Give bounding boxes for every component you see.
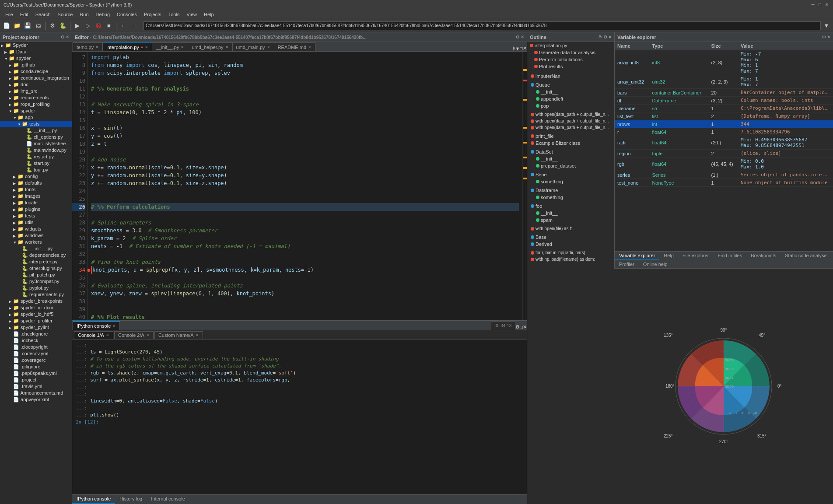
menu-file[interactable]: File: [2, 11, 17, 18]
sub-tab-console1[interactable]: Console 1/A ✕: [74, 331, 113, 339]
tree-item-io-dcm[interactable]: ▶📁 spyder_io_dcm: [0, 304, 72, 311]
save-all-button[interactable]: 🗂: [33, 21, 43, 31]
var-row-nrows[interactable]: nrows int 1 344: [615, 120, 833, 128]
tree-item-gitignore[interactable]: 📄 .gitignore: [0, 364, 72, 370]
minimize-button[interactable]: ─: [810, 2, 816, 7]
menu-view[interactable]: View: [183, 11, 200, 18]
menu-run[interactable]: Run: [76, 11, 92, 18]
outline-options-button[interactable]: ⚙: [603, 35, 607, 39]
outline-queue-init[interactable]: __init__: [527, 88, 614, 95]
tree-item-utils[interactable]: ▶📁 utils: [0, 219, 72, 226]
tab-console-1a[interactable]: IPython console ✕: [73, 321, 120, 330]
outline-example[interactable]: Example Bitzer class: [527, 140, 614, 147]
console-close[interactable]: ✕: [523, 324, 527, 330]
var-tab-help[interactable]: Help: [659, 252, 678, 260]
tree-item-iocheck[interactable]: 📄 .iocheck: [0, 337, 72, 344]
tree-item-dependencies[interactable]: 🐍 dependencies.py: [0, 252, 72, 259]
tree-item-config[interactable]: ▶📁 config: [0, 173, 72, 180]
tree-item-rope[interactable]: ▶📁 rope_profiling: [0, 101, 72, 108]
tab-close-umd-helper[interactable]: ✕: [225, 45, 229, 49]
tree-item-windows[interactable]: ▶📁 windows: [0, 232, 72, 239]
tab-temp-py[interactable]: temp.py ✕: [73, 42, 103, 51]
var-row-rgb[interactable]: rgb float64 (45, 45, 4) Min: 0.0Max: 1.0: [615, 158, 833, 171]
tree-item-codecov[interactable]: 📄 .codecov.yml: [0, 350, 72, 357]
sub-tab-custom-close[interactable]: ✕: [196, 333, 199, 337]
menu-debug[interactable]: Debug: [92, 11, 113, 18]
tree-item-conda[interactable]: ▶📁 conda.recipe: [0, 68, 72, 75]
back-button[interactable]: ←: [119, 21, 128, 31]
outline-with-1[interactable]: with open(data_path + output_file_n...: [527, 111, 614, 118]
tree-item-req[interactable]: 🐍 requirements.py: [0, 291, 72, 298]
outline-queue[interactable]: Queue: [527, 81, 614, 88]
var-row-testnone[interactable]: test_none NoneType 1 None object of buil…: [615, 179, 833, 187]
var-row-filename[interactable]: filename str 1 C:\ProgramData\Anaconda3\…: [615, 105, 833, 112]
outline-section-plot[interactable]: Plot results: [527, 63, 614, 70]
open-file-button[interactable]: 📁: [12, 21, 22, 31]
outline-with-2[interactable]: with open(data_path + output_file_n...: [527, 118, 614, 124]
tab-options[interactable]: ▼: [515, 46, 520, 51]
stop-button[interactable]: ■: [104, 21, 114, 31]
var-tab-static[interactable]: Static code analysis: [780, 252, 832, 260]
tab-interpolation-py[interactable]: interpolation.py ● ✕: [103, 42, 152, 51]
outline-npload[interactable]: with np.load(filename) as dem:: [527, 256, 614, 262]
var-row-df[interactable]: df DataFrame (3, 2) Column names: bools,…: [615, 97, 833, 105]
tab-close-umd-main[interactable]: ✕: [267, 45, 270, 49]
outline-dataset[interactable]: DataSet: [527, 148, 614, 155]
var-tab-file-explorer[interactable]: File explorer: [678, 252, 714, 260]
debug-button[interactable]: 🐞: [94, 21, 103, 31]
menu-tools[interactable]: Tools: [165, 11, 183, 18]
tree-item-github[interactable]: ▶📁 .github: [0, 62, 72, 68]
editor-options-button[interactable]: ⚙: [516, 35, 520, 39]
tree-item-imgsrc[interactable]: ▶📁 img_src: [0, 88, 72, 94]
tree-item-plugins[interactable]: ▶📁 plugins: [0, 206, 72, 213]
tab-umd-main[interactable]: umd_main.py ✕: [233, 42, 274, 51]
tree-item-mainwindow[interactable]: 🐍 mainwindow.py: [0, 147, 72, 154]
project-explorer-options-button[interactable]: ⚙: [61, 35, 65, 39]
outline-imputernan[interactable]: imputerNan: [527, 73, 614, 80]
outline-with-3[interactable]: with open(data_path + output_file_n...: [527, 124, 614, 131]
var-tab-breakpoints[interactable]: Breakpoints: [746, 252, 780, 260]
outline-printfile[interactable]: print_file: [527, 133, 614, 140]
sub-tab-console2-close[interactable]: ✕: [146, 333, 150, 337]
menu-consoles[interactable]: Consoles: [113, 11, 140, 18]
editor-float-button[interactable]: □: [520, 46, 523, 51]
tree-item-pep8[interactable]: 📄 .pep8speaks.yml: [0, 370, 72, 377]
var-row-array-int8[interactable]: array_int8 int8 (2, 3) Min: -7Max: 6Min:…: [615, 50, 833, 75]
outline-df-something[interactable]: something: [527, 194, 614, 201]
var-explorer-options-button[interactable]: ⚙: [822, 35, 826, 39]
tree-item-ciocopyright[interactable]: 📄 .ciocopyright: [0, 344, 72, 350]
bottom-tab-history[interactable]: History log: [115, 495, 147, 504]
tree-item-interpreter[interactable]: 🐍 interpreter.py: [0, 259, 72, 265]
var-tab-online-help[interactable]: Online help: [639, 260, 672, 268]
tree-item-requirements[interactable]: ▶📁 requirements: [0, 94, 72, 101]
tree-item-pyplot[interactable]: 🐍 pyplot.py: [0, 285, 72, 291]
tab-close-readme[interactable]: ✕: [308, 45, 312, 49]
tree-item-tests2[interactable]: ▶📁 tests: [0, 213, 72, 219]
tree-item-tests[interactable]: ▼📁 tests: [0, 121, 72, 127]
var-row-series[interactable]: series Series (1,) Series object of pand…: [615, 171, 833, 179]
menu-projects[interactable]: Projects: [140, 11, 165, 18]
var-tab-variable-explorer[interactable]: Variable explorer: [615, 252, 659, 260]
python-path-button[interactable]: 🐍: [58, 21, 68, 31]
outline-section-generate[interactable]: Generate data for analysis: [527, 49, 614, 56]
code-content[interactable]: import pylab from numpy import cos, lins…: [88, 52, 522, 320]
maximize-button[interactable]: □: [817, 2, 822, 7]
tree-item-py3compat[interactable]: 🐍 py3compat.py: [0, 278, 72, 285]
tab-close-init[interactable]: ✕: [181, 45, 184, 49]
editor-close-button[interactable]: ✕: [521, 35, 524, 39]
outline-serie[interactable]: Serie: [527, 171, 614, 178]
sub-tab-custom[interactable]: Custom Name/A ✕: [154, 331, 203, 339]
bottom-tab-ipython[interactable]: IPython console: [72, 495, 115, 504]
path-browse-button[interactable]: ▼: [822, 21, 831, 31]
console-float[interactable]: □: [520, 325, 523, 330]
tree-item-appveyor[interactable]: 📄 appveyor.xml: [0, 396, 72, 403]
var-row-r[interactable]: r float64 1 7.611082589334796: [615, 128, 833, 136]
tree-item-defaults[interactable]: ▶📁 defaults: [0, 180, 72, 186]
outline-appendleft[interactable]: appendleft: [527, 95, 614, 102]
outline-pop[interactable]: pop: [527, 102, 614, 109]
tree-item-io-hdf5[interactable]: ▶📁 spyder_io_hdf5: [0, 311, 72, 318]
tree-item-cli[interactable]: 🐍 cli_options.py: [0, 134, 72, 140]
new-file-button[interactable]: 📄: [2, 21, 11, 31]
path-bar[interactable]: C:/Users/TestUser/Downloads/16740156420f…: [144, 21, 821, 30]
bottom-tab-internal[interactable]: Internal console: [147, 495, 189, 504]
